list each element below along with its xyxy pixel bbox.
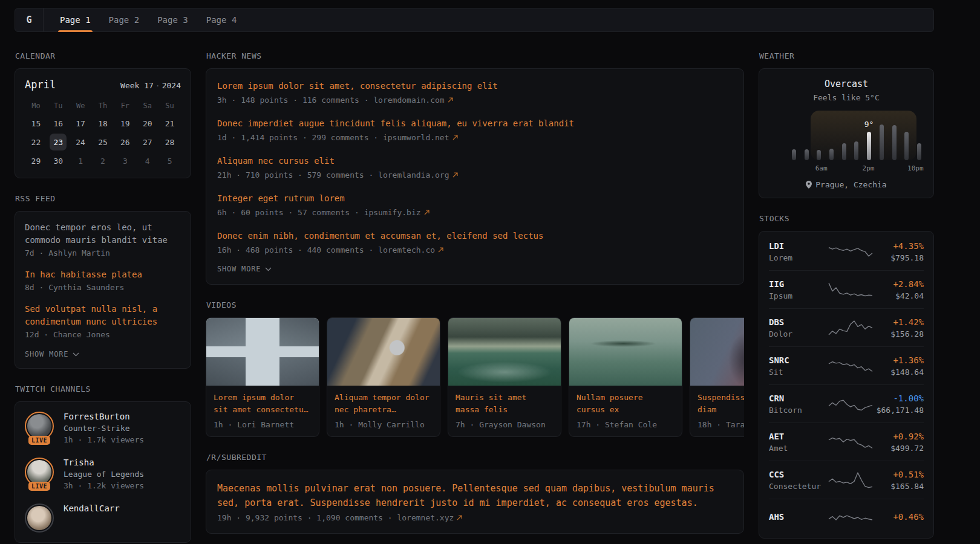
calendar-day[interactable]: 5 <box>158 152 181 169</box>
stock-change: +0.92% <box>874 432 924 441</box>
calendar-day[interactable]: 30 <box>47 152 70 169</box>
hn-domain-link[interactable]: loremtech.co <box>378 245 435 254</box>
stock-name: Consectetur <box>769 482 827 491</box>
twitch-channel[interactable]: KendallCarr <box>25 504 181 533</box>
calendar-day-number: 1 <box>72 152 89 169</box>
calendar-weekday-row: MoTuWeThFrSaSu <box>25 102 181 110</box>
hn-item-title[interactable]: Lorem ipsum dolor sit amet, consectetur … <box>217 80 733 92</box>
calendar-day[interactable]: 22 <box>25 134 47 151</box>
stock-name: Dolor <box>769 329 827 338</box>
rss-item-meta: 8d · Cynthia Saunders <box>25 283 181 292</box>
calendar-day[interactable]: 27 <box>136 134 158 151</box>
stock-row[interactable]: SNRCSit+1.36%$148.64 <box>769 346 924 384</box>
calendar-day[interactable]: 26 <box>114 134 136 151</box>
calendar-day-number: 16 <box>50 115 67 132</box>
calendar-year: 2024 <box>162 81 181 90</box>
logo[interactable]: G <box>15 8 44 31</box>
weather-condition: Overcast <box>769 79 924 89</box>
stock-row[interactable]: AETAmet+0.92%$499.72 <box>769 423 924 461</box>
subreddit-item-title[interactable]: Maecenas mollis pulvinar erat non posuer… <box>217 481 733 510</box>
hackernews-show-more-button[interactable]: SHOW MORE <box>217 265 733 273</box>
calendar-day[interactable]: 23 <box>47 134 70 151</box>
stock-change: +1.36% <box>874 355 924 365</box>
stock-row[interactable]: DBSDolor+1.42%$156.28 <box>769 308 924 346</box>
twitch-channel-info: ForrestBurtonCounter-Strike1h · 1.7k vie… <box>64 412 144 444</box>
twitch-channel-name[interactable]: ForrestBurton <box>64 412 144 421</box>
hn-item-meta: 21h · 710 points · 579 comments · loreml… <box>217 170 733 180</box>
stock-ticker: AHS <box>769 512 827 522</box>
stock-row[interactable]: CRNBitcorn-1.00%$66,171.48 <box>769 384 924 423</box>
calendar-weekday: Fr <box>121 102 129 110</box>
rss-item-title[interactable]: Donec tempor eros leo, ut commodo mauris… <box>25 221 181 247</box>
rss-item-list: Donec tempor eros leo, ut commodo mauris… <box>25 221 181 339</box>
video-card[interactable]: Nullam posuere cursus ex17h · Stefan Col… <box>569 317 682 437</box>
tab-page-4[interactable]: Page 4 <box>197 8 246 31</box>
calendar-day[interactable]: 2 <box>92 152 114 169</box>
tab-page-1[interactable]: Page 1 <box>51 8 100 31</box>
calendar-day[interactable]: 17 <box>70 115 92 132</box>
video-card-body: Nullam posuere cursus ex17h · Stefan Col… <box>569 386 682 436</box>
video-card[interactable]: Mauris sit amet massa felis7h · Grayson … <box>448 317 561 437</box>
stock-row[interactable]: CCSConsectetur+0.51%$165.84 <box>769 461 924 499</box>
calendar-day[interactable]: 29 <box>25 152 47 169</box>
calendar-day[interactable]: 16 <box>47 115 70 132</box>
video-card[interactable]: Suspendisse diam18h · Tara <box>690 317 744 437</box>
calendar-day[interactable]: 3 <box>114 152 136 169</box>
tab-page-3[interactable]: Page 3 <box>148 8 197 31</box>
video-title[interactable]: Lorem ipsum dolor sit amet consectetu… <box>214 392 312 416</box>
hn-domain-link[interactable]: ipsumify.biz <box>364 208 421 217</box>
calendar-day[interactable]: 18 <box>92 115 114 132</box>
hn-domain-link[interactable]: loremdomain.com <box>373 96 444 105</box>
stock-row[interactable]: AHS+0.46% <box>769 499 924 537</box>
stock-row[interactable]: LDILorem+4.35%$795.18 <box>769 233 924 270</box>
external-link-icon <box>457 515 462 520</box>
video-card[interactable]: Aliquam tempor dolor nec pharetra…1h · M… <box>327 317 440 437</box>
video-thumbnail <box>327 318 440 386</box>
calendar-day[interactable]: 15 <box>25 115 47 132</box>
stock-row[interactable]: IIGIpsum+2.84%$42.04 <box>769 270 924 308</box>
stocks-card: LDILorem+4.35%$795.18IIGIpsum+2.84%$42.0… <box>759 231 934 539</box>
video-title[interactable]: Aliquam tempor dolor nec pharetra… <box>335 392 433 416</box>
tab-page-2[interactable]: Page 2 <box>100 8 149 31</box>
video-title[interactable]: Suspendisse diam <box>697 392 744 416</box>
rss-show-more-button[interactable]: SHOW MORE <box>25 350 181 358</box>
hn-item-title[interactable]: Donec imperdiet augue tincidunt felis al… <box>217 117 733 130</box>
twitch-channel[interactable]: LIVEForrestBurtonCounter-Strike1h · 1.7k… <box>25 412 181 444</box>
calendar-day-selected: 23 <box>50 134 67 151</box>
hn-item-title[interactable]: Aliquam nec cursus elit <box>217 155 733 167</box>
hn-item-title[interactable]: Integer eget rutrum lorem <box>217 192 733 205</box>
calendar-day[interactable]: 24 <box>70 134 92 151</box>
twitch-channel-name[interactable]: Trisha <box>64 458 144 467</box>
stock-change: +0.51% <box>874 470 924 479</box>
stock-price: $42.04 <box>874 291 924 300</box>
calendar-day[interactable]: 1 <box>70 152 92 169</box>
calendar-day[interactable]: 20 <box>136 115 158 132</box>
video-title[interactable]: Mauris sit amet massa felis <box>456 392 554 416</box>
hn-item: Aliquam nec cursus elit21h · 710 points … <box>217 155 733 180</box>
hn-domain-link[interactable]: ipsumworld.net <box>383 133 449 142</box>
twitch-avatar: LIVE <box>25 458 54 487</box>
calendar-day[interactable]: 21 <box>158 115 181 132</box>
hn-item-title[interactable]: Donec enim nibh, condimentum et accumsan… <box>217 230 733 242</box>
external-link-icon <box>452 172 458 178</box>
video-card[interactable]: Lorem ipsum dolor sit amet consectetu…1h… <box>206 317 319 437</box>
rss-item-title[interactable]: In hac habitasse platea <box>25 268 181 281</box>
twitch-channel-name[interactable]: KendallCarr <box>64 504 120 513</box>
weather-bar <box>854 141 858 160</box>
calendar-day-number: 15 <box>27 115 44 132</box>
video-card-body: Suspendisse diam18h · Tara <box>690 386 744 436</box>
calendar-day[interactable]: 25 <box>92 134 114 151</box>
rss-item-title[interactable]: Sed volutpat nulla nisl, a condimentum n… <box>25 303 181 328</box>
subreddit-domain-link[interactable]: loremnet.xyz <box>397 513 454 522</box>
hn-domain-link[interactable]: loremlandia.org <box>378 170 449 180</box>
calendar-day[interactable]: 4 <box>136 152 158 169</box>
video-title[interactable]: Nullam posuere cursus ex <box>577 392 675 416</box>
stock-values: +0.46% <box>874 512 924 524</box>
stock-sparkline <box>827 430 874 454</box>
calendar-day-number: 4 <box>139 152 156 169</box>
weather-bar <box>892 125 897 160</box>
subreddit-widget: /R/SUBREDDIT Maecenas mollis pulvinar er… <box>206 453 744 534</box>
calendar-day[interactable]: 19 <box>114 115 136 132</box>
calendar-day[interactable]: 28 <box>158 134 181 151</box>
twitch-channel[interactable]: LIVETrishaLeague of Legends3h · 1.2k vie… <box>25 458 181 490</box>
